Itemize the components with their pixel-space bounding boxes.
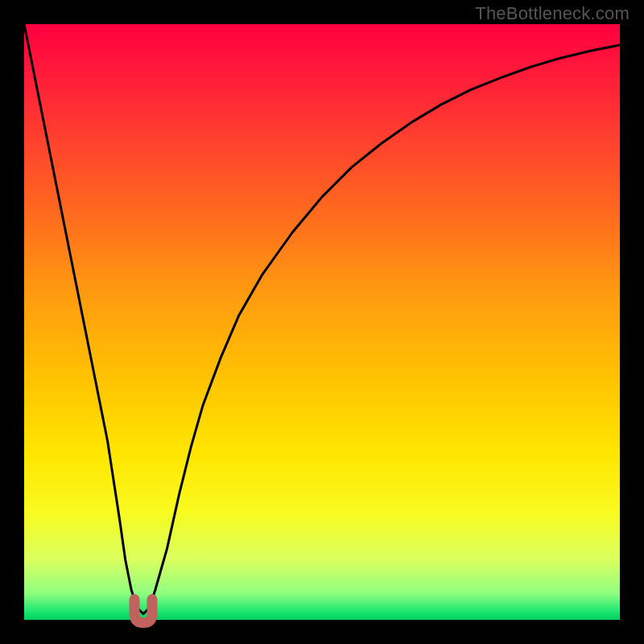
gradient-background: [24, 24, 620, 620]
chart-frame: TheBottleneck.com: [0, 0, 644, 644]
bottleneck-chart: [0, 0, 644, 644]
watermark-text: TheBottleneck.com: [475, 3, 630, 24]
